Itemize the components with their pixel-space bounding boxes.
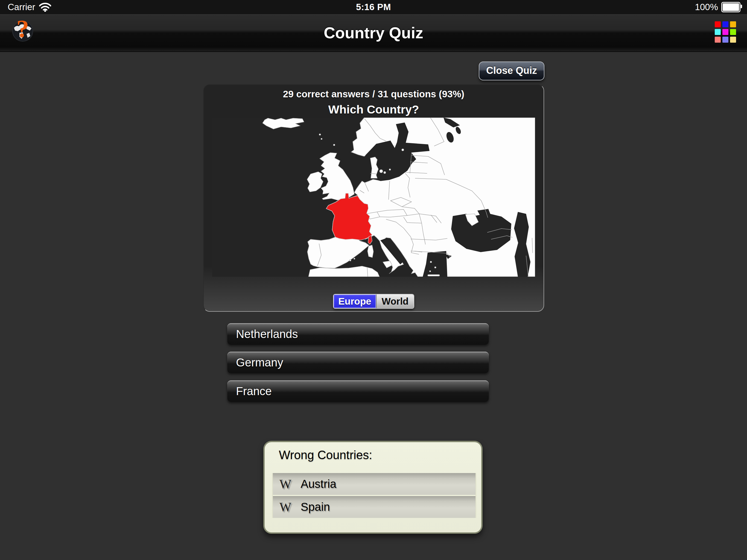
status-bar: Carrier 5:16 PM 100%: [0, 0, 747, 14]
nav-bar: ? Country Quiz: [0, 14, 747, 52]
wrong-country-label: Spain: [301, 501, 330, 513]
clock: 5:16 PM: [0, 2, 747, 12]
europe-map[interactable]: [212, 118, 535, 277]
wrong-marker-icon: W: [279, 500, 291, 514]
segment-europe[interactable]: Europe: [334, 295, 376, 308]
wrong-country-label: Austria: [301, 478, 336, 490]
answer-button-2[interactable]: Germany: [227, 352, 489, 373]
wrong-countries-list: W Austria W Spain: [272, 473, 476, 518]
wrong-countries-title: Wrong Countries:: [279, 448, 372, 462]
wrong-countries-panel: Wrong Countries: W Austria W Spain: [263, 441, 483, 534]
answer-button-3[interactable]: France: [227, 380, 489, 402]
map-scope-toggle: Europe World: [333, 294, 414, 309]
answer-button-1[interactable]: Netherlands: [227, 323, 489, 345]
quiz-panel: 29 correct answers / 31 questions (93%) …: [203, 84, 544, 312]
wrong-country-row: W Spain: [273, 495, 475, 518]
score-text: 29 correct answers / 31 questions (93%): [204, 88, 544, 100]
page-title: Country Quiz: [0, 14, 747, 51]
category-grid-icon[interactable]: [715, 21, 737, 44]
wrong-country-row: W Austria: [273, 473, 475, 495]
wrong-marker-icon: W: [279, 477, 291, 491]
question-text: Which Country?: [204, 103, 544, 116]
close-quiz-button[interactable]: Close Quiz: [479, 61, 544, 80]
segment-world[interactable]: World: [376, 295, 414, 308]
battery-percent: 100%: [695, 2, 718, 12]
battery-icon: [721, 2, 741, 12]
